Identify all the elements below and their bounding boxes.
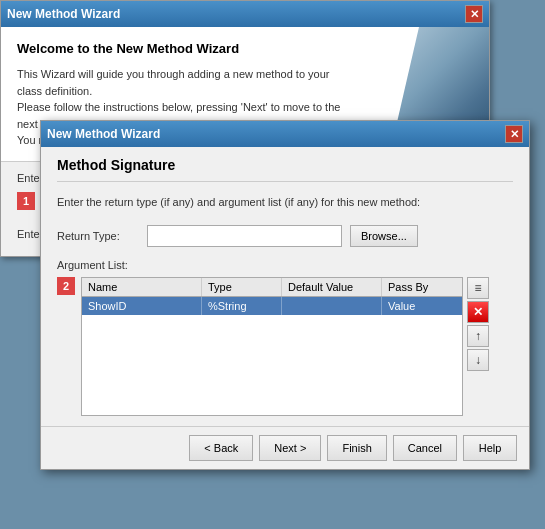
up-icon: ↑ — [475, 329, 481, 343]
fg-wizard-content: Method Signature Enter the return type (… — [41, 147, 529, 416]
col-default: Default Value — [282, 278, 382, 296]
arg-table-empty-area — [82, 315, 462, 415]
col-passBy: Pass By — [382, 278, 462, 296]
row-passBy: Value — [382, 297, 462, 315]
cancel-button[interactable]: Cancel — [393, 435, 457, 461]
bottom-nav-bar: < Back Next > Finish Cancel Help — [41, 426, 529, 469]
bg-wizard-titlebar: New Method Wizard ✕ — [1, 1, 489, 27]
arg-table: Name Type Default Value Pass By ShowID %… — [81, 277, 463, 416]
next-button[interactable]: Next > — [259, 435, 321, 461]
help-button[interactable]: Help — [463, 435, 517, 461]
return-type-row: Return Type: Browse... — [57, 225, 513, 247]
col-type: Type — [202, 278, 282, 296]
fg-wizard-titlebar: New Method Wizard ✕ — [41, 121, 529, 147]
back-button[interactable]: < Back — [189, 435, 253, 461]
col-name: Name — [82, 278, 202, 296]
return-type-input[interactable] — [147, 225, 342, 247]
arg-up-button[interactable]: ↑ — [467, 325, 489, 347]
return-type-label: Return Type: — [57, 230, 147, 242]
description-text: Enter the return type (if any) and argum… — [57, 194, 513, 211]
step1-badge: 1 — [17, 192, 35, 210]
down-icon: ↓ — [475, 353, 481, 367]
section-title: Method Signature — [57, 157, 513, 182]
row-type: %String — [202, 297, 282, 315]
arg-menu-button[interactable]: ≡ — [467, 277, 489, 299]
row-name: ShowID — [82, 297, 202, 315]
finish-button[interactable]: Finish — [327, 435, 386, 461]
bg-wizard-title: New Method Wizard — [7, 7, 120, 21]
arg-table-header: Name Type Default Value Pass By — [82, 278, 462, 297]
fg-wizard-title: New Method Wizard — [47, 127, 160, 141]
arg-action-buttons: ≡ ✕ ↑ ↓ — [467, 277, 489, 416]
delete-icon: ✕ — [473, 305, 483, 319]
arg-list-label: Argument List: — [57, 259, 513, 271]
fg-wizard-close-button[interactable]: ✕ — [505, 125, 523, 143]
row-default — [282, 297, 382, 315]
bg-wizard-header-title: Welcome to the New Method Wizard — [17, 41, 473, 56]
arg-list-section: Argument List: 2 Name Type Default Value… — [57, 259, 513, 416]
bg-wizard-close-button[interactable]: ✕ — [465, 5, 483, 23]
table-row[interactable]: ShowID %String Value — [82, 297, 462, 315]
foreground-wizard: New Method Wizard ✕ Method Signature Ent… — [40, 120, 530, 470]
menu-icon: ≡ — [474, 281, 481, 295]
step2-row: 2 Name Type Default Value Pass By ShowID… — [57, 277, 513, 416]
arg-down-button[interactable]: ↓ — [467, 349, 489, 371]
step2-badge: 2 — [57, 277, 75, 295]
arg-table-container: Name Type Default Value Pass By ShowID %… — [81, 277, 489, 416]
arg-delete-button[interactable]: ✕ — [467, 301, 489, 323]
browse-button[interactable]: Browse... — [350, 225, 418, 247]
